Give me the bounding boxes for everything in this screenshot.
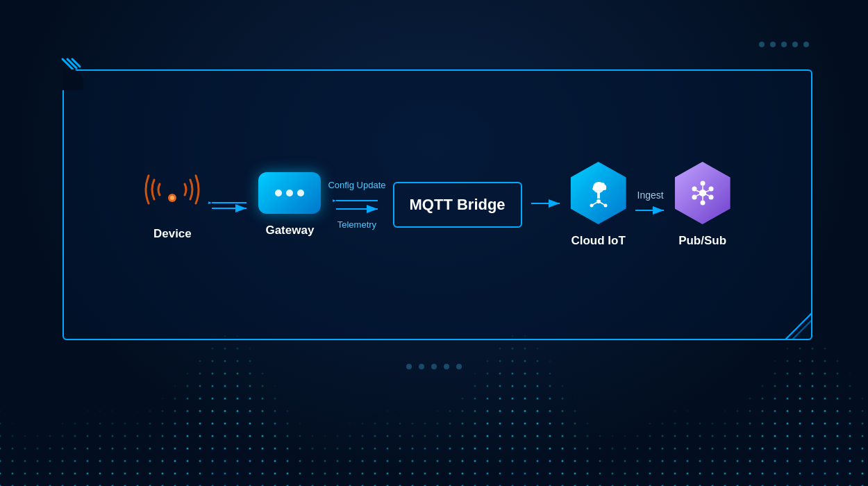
svg-line-17 <box>599 201 606 206</box>
dot-2 <box>770 42 776 47</box>
mqtt-node: MQTT Bridge <box>393 182 522 228</box>
mqtt-bridge-box: MQTT Bridge <box>393 182 522 228</box>
ingest-label: Ingest <box>633 190 668 201</box>
svg-point-20 <box>700 181 705 186</box>
svg-point-23 <box>708 187 713 192</box>
diagram-box: Device <box>62 69 812 340</box>
wave-background <box>0 333 868 486</box>
svg-point-21 <box>700 201 705 206</box>
device-node: Device <box>144 169 200 241</box>
pubsub-icon <box>675 162 731 224</box>
gateway-icon <box>258 172 321 214</box>
cloudiot-icon <box>571 162 626 224</box>
svg-point-5 <box>170 196 174 200</box>
svg-line-16 <box>592 201 599 206</box>
telemetry-label: Telemetry <box>337 219 376 230</box>
gateway-dot-2 <box>286 190 293 196</box>
dot-1 <box>759 42 765 47</box>
device-icon <box>144 169 200 217</box>
mqtt-bridge-label: MQTT Bridge <box>410 196 506 214</box>
gateway-dot-3 <box>297 190 304 196</box>
cloudiot-label: Cloud IoT <box>571 234 625 248</box>
cloudiot-pubsub-arrow: Ingest <box>633 190 668 220</box>
svg-rect-12 <box>597 192 600 199</box>
mqtt-cloudiot-arrow <box>529 196 564 213</box>
dot-5 <box>803 42 809 47</box>
dot-4 <box>792 42 798 47</box>
dot-3 <box>781 42 787 47</box>
pubsub-label: Pub/Sub <box>678 234 726 248</box>
gateway-node: Gateway <box>258 172 321 237</box>
device-label: Device <box>153 227 192 241</box>
nodes-row: Device <box>64 71 811 339</box>
svg-point-25 <box>708 195 713 200</box>
cloudiot-node: Cloud IoT <box>571 162 626 248</box>
svg-point-24 <box>692 195 696 200</box>
gateway-dot-1 <box>275 190 282 196</box>
device-gateway-arrow <box>208 196 250 213</box>
pubsub-node: Pub/Sub <box>675 162 731 248</box>
config-update-label: Config Update <box>328 180 385 190</box>
svg-point-22 <box>692 187 696 192</box>
dots-top-right <box>759 42 809 47</box>
gateway-label: Gateway <box>265 224 314 237</box>
